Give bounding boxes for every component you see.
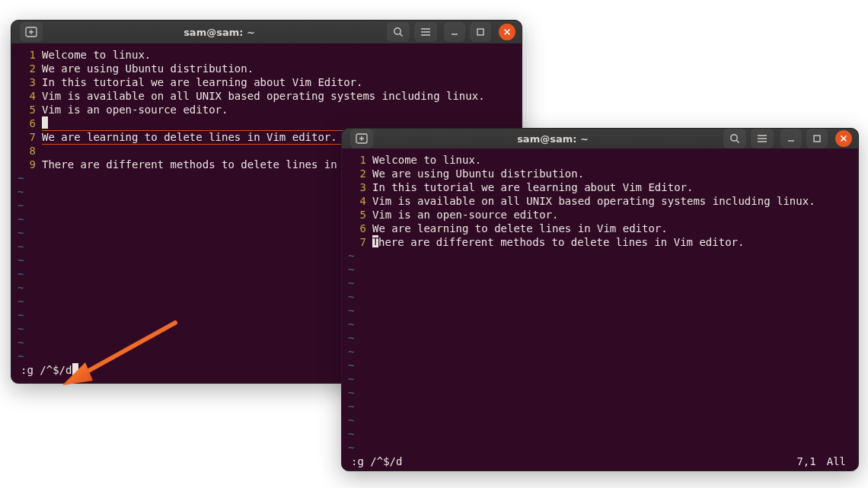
line-text: In this tutorial we are learning about V… — [42, 75, 362, 89]
editor-line: 2We are using Ubuntu distribution. — [18, 62, 515, 75]
line-number: 1 — [348, 153, 366, 167]
window-title: sam@sam: ~ — [385, 133, 721, 145]
line-number: 6 — [18, 116, 36, 130]
editor-line: 2We are using Ubuntu distribution. — [348, 167, 852, 180]
new-tab-button[interactable] — [350, 129, 373, 148]
line-number: 7 — [18, 130, 36, 144]
newtab-icon — [356, 133, 368, 144]
vim-cursor-position: 7,1 — [796, 455, 815, 468]
vim-view-indicator: All — [827, 455, 846, 468]
line-text: Welcome to linux. — [42, 48, 151, 62]
line-number: 4 — [348, 194, 366, 208]
line-number: 2 — [348, 167, 366, 180]
svg-point-15 — [731, 135, 737, 141]
minimize-button[interactable] — [780, 129, 802, 148]
editor-line: 5Vim is an open-source editor. — [348, 208, 852, 222]
line-number: 3 — [348, 180, 366, 194]
editor-line: 1Welcome to linux. — [18, 48, 515, 62]
editor-line: 7here are different methods to delete li… — [348, 235, 852, 249]
line-number: 1 — [18, 48, 36, 62]
minimize-icon — [450, 27, 459, 37]
close-button[interactable] — [835, 130, 852, 147]
menu-icon — [420, 27, 431, 37]
terminal-after: sam@sam: ~ 1Welcome to li — [341, 128, 859, 471]
new-tab-button[interactable] — [20, 22, 43, 42]
line-number: 5 — [18, 103, 36, 116]
maximize-button[interactable] — [470, 22, 491, 42]
cursor-icon — [372, 235, 378, 247]
line-text: here are different methods to delete lin… — [372, 235, 744, 249]
line-number: 2 — [18, 62, 36, 75]
minimize-icon — [787, 134, 796, 143]
hamburger-menu-button[interactable] — [414, 22, 437, 42]
editor-line: 4Vim is available on all UNIX based oper… — [18, 89, 515, 103]
line-text — [42, 116, 48, 130]
line-number: 9 — [18, 158, 36, 171]
line-text: Vim is available on all UNIX based opera… — [372, 194, 815, 208]
line-text: Vim is an open-source editor. — [372, 208, 558, 222]
line-text: We are learning to delete lines in Vim e… — [372, 222, 668, 235]
line-text: Vim is available on all UNIX based opera… — [42, 89, 485, 103]
maximize-icon — [812, 134, 822, 143]
svg-rect-21 — [814, 136, 820, 142]
editor-line: 4Vim is available on all UNIX based oper… — [348, 194, 852, 208]
stage: sam@sam: ~ 1Welcome to li — [0, 0, 868, 488]
line-number: 7 — [348, 235, 366, 249]
editor-line: 6We are learning to delete lines in Vim … — [348, 222, 852, 235]
line-text: We are using Ubuntu distribution. — [42, 62, 254, 75]
line-number: 4 — [18, 89, 36, 103]
cursor-icon — [72, 363, 78, 375]
line-text: We are learning to delete lines in Vim e… — [42, 130, 337, 144]
close-button[interactable] — [499, 24, 515, 40]
svg-line-16 — [736, 140, 739, 142]
line-text: In this tutorial we are learning about V… — [372, 180, 693, 194]
editor-lines: 1Welcome to linux.2We are using Ubuntu d… — [348, 153, 852, 249]
editor-line: 1Welcome to linux. — [348, 153, 852, 167]
search-icon — [729, 133, 740, 144]
svg-rect-9 — [477, 29, 483, 35]
editor-line: 3In this tutorial we are learning about … — [18, 75, 515, 89]
window-title: sam@sam: ~ — [54, 27, 385, 38]
line-text: We are using Ubuntu distribution. — [372, 167, 584, 180]
svg-point-3 — [394, 28, 400, 34]
svg-line-4 — [400, 33, 402, 36]
vim-command-text: :g /^$/d — [21, 364, 72, 376]
vim-command-text: :g /^$/d — [351, 455, 796, 468]
titlebar[interactable]: sam@sam: ~ — [11, 21, 522, 43]
line-number: 5 — [348, 208, 366, 222]
maximize-icon — [476, 27, 485, 37]
vim-tildes: ~ ~ ~ ~ ~ ~ ~ ~ ~ ~ ~ ~ ~ ~ ~ — [348, 249, 852, 455]
line-text: Welcome to linux. — [372, 153, 481, 167]
search-icon — [393, 27, 404, 37]
line-number: 8 — [18, 144, 36, 158]
minimize-button[interactable] — [444, 22, 465, 42]
close-icon — [503, 28, 511, 36]
maximize-button[interactable] — [806, 129, 828, 148]
search-button[interactable] — [723, 129, 746, 148]
titlebar[interactable]: sam@sam: ~ — [342, 129, 858, 148]
line-text: Vim is an open-source editor. — [42, 103, 228, 116]
hamburger-menu-button[interactable] — [751, 129, 774, 148]
line-number: 3 — [18, 75, 36, 89]
terminal-body[interactable]: 1Welcome to linux.2We are using Ubuntu d… — [342, 148, 858, 471]
search-button[interactable] — [387, 22, 410, 42]
line-number: 6 — [348, 222, 366, 235]
editor-line: 3In this tutorial we are learning about … — [348, 180, 852, 194]
editor-line: 5Vim is an open-source editor. — [18, 103, 515, 116]
newtab-icon — [25, 27, 37, 37]
menu-icon — [757, 134, 767, 143]
cursor-icon — [42, 116, 48, 129]
close-icon — [840, 135, 847, 142]
vim-command-line[interactable]: :g /^$/d 7,1 All — [348, 455, 852, 471]
